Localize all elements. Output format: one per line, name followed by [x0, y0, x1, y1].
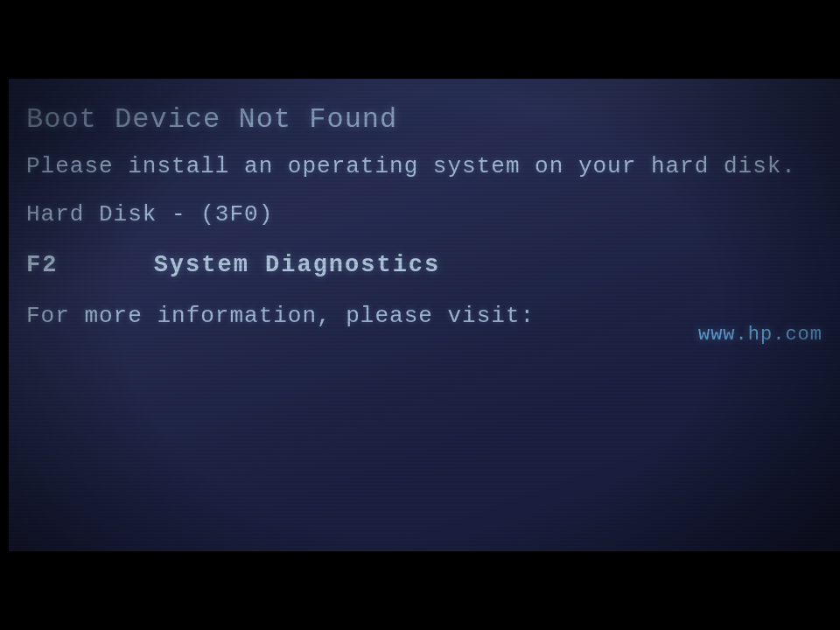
- screen-inner: Boot Device Not Found Please install an …: [9, 79, 840, 551]
- error-title: Boot Device Not Found: [26, 103, 822, 136]
- hp-url: www.hp.com: [698, 324, 822, 346]
- screen-outer: Boot Device Not Found Please install an …: [0, 0, 840, 630]
- f2-key: F2: [26, 252, 58, 278]
- more-info-text: For more information, please visit:: [26, 303, 535, 329]
- top-bar: [0, 0, 840, 79]
- install-message: Please install an operating system on yo…: [26, 152, 822, 182]
- f2-diagnostics-line: F2 System Diagnostics: [26, 252, 822, 278]
- f2-label: System Diagnostics: [154, 252, 441, 278]
- bottom-bar: [0, 551, 840, 630]
- hard-disk-info: Hard Disk - (3F0): [26, 201, 822, 228]
